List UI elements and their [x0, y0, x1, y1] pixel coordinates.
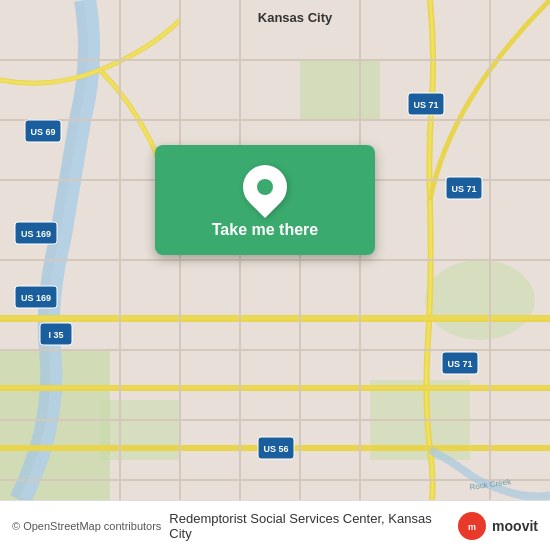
- svg-rect-7: [0, 316, 550, 320]
- svg-text:US 169: US 169: [21, 293, 51, 303]
- svg-rect-2: [300, 60, 380, 120]
- svg-text:US 71: US 71: [413, 100, 438, 110]
- svg-text:US 71: US 71: [447, 359, 472, 369]
- copyright-text: © OpenStreetMap contributors: [12, 520, 161, 532]
- svg-text:m: m: [468, 522, 476, 532]
- svg-text:Kansas City: Kansas City: [258, 10, 333, 25]
- place-name: Redemptorist Social Services Center, Kan…: [161, 511, 458, 541]
- moovit-icon: m: [458, 512, 486, 540]
- bottom-bar: © OpenStreetMap contributors Redemptoris…: [0, 500, 550, 550]
- svg-text:US 71: US 71: [451, 184, 476, 194]
- svg-text:US 69: US 69: [30, 127, 55, 137]
- svg-text:I 35: I 35: [48, 330, 63, 340]
- location-pin-icon: [234, 156, 296, 218]
- svg-text:US 169: US 169: [21, 229, 51, 239]
- svg-text:US 56: US 56: [263, 444, 288, 454]
- cta-label: Take me there: [212, 221, 318, 239]
- moovit-logo: m moovit: [458, 512, 538, 540]
- svg-rect-9: [0, 386, 550, 389]
- take-me-there-card[interactable]: Take me there: [155, 145, 375, 255]
- moovit-text: moovit: [492, 518, 538, 534]
- svg-point-3: [425, 260, 535, 340]
- map-container: Kansas City US 69 US 169 US 169 US 71 US…: [0, 0, 550, 500]
